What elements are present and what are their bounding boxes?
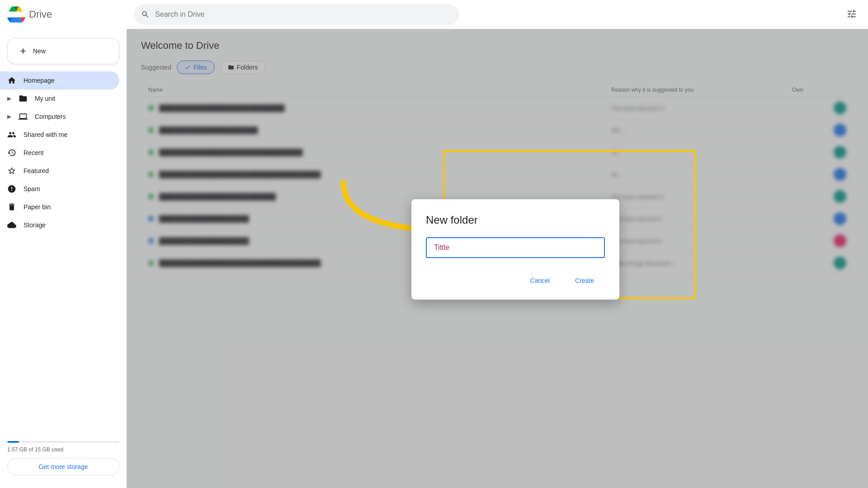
new-button-label: New <box>33 47 46 55</box>
expand-arrow-icon-computers: ▶ <box>7 113 11 120</box>
create-button[interactable]: Create <box>564 272 605 289</box>
sidebar-item-spam-label: Spam <box>24 185 40 192</box>
sidebar-item-my-unit[interactable]: ▶ My unit <box>0 89 119 108</box>
home-icon <box>7 76 16 85</box>
sidebar-item-shared-with-me[interactable]: Shared with me <box>0 126 119 144</box>
sidebar-item-featured[interactable]: Featured <box>0 162 119 180</box>
plus-icon <box>19 47 28 56</box>
sidebar: New Homepage ▶ My unit ▶ Computers <box>0 29 127 488</box>
search-icon <box>141 10 150 19</box>
sidebar-item-paper-bin-label: Paper bin <box>24 203 51 211</box>
filter-settings-button[interactable] <box>843 5 861 24</box>
expand-arrow-icon: ▶ <box>7 95 11 102</box>
spam-icon <box>7 184 16 193</box>
main-content: Welcome to Drive Suggested Files Folders… <box>127 29 868 488</box>
sidebar-item-homepage[interactable]: Homepage <box>0 71 119 89</box>
sidebar-bottom: 1.57 GB of 15 GB used Get more storage <box>0 434 127 483</box>
sidebar-item-recent[interactable]: Recent <box>0 144 119 162</box>
sidebar-item-computers-label: Computers <box>35 113 66 120</box>
search-input[interactable] <box>155 10 452 19</box>
sidebar-item-recent-label: Recent <box>24 149 43 156</box>
sidebar-item-shared-label: Shared with me <box>24 131 67 138</box>
new-button[interactable]: New <box>7 38 119 64</box>
sidebar-item-paper-bin[interactable]: Paper bin <box>0 198 119 216</box>
cancel-button[interactable]: Cancel <box>519 272 561 289</box>
layout: New Homepage ▶ My unit ▶ Computers <box>0 29 868 488</box>
folder-name-input[interactable] <box>426 237 605 258</box>
computer-icon <box>19 112 28 121</box>
drive-logo-icon <box>7 5 25 23</box>
logo-text: Drive <box>29 9 52 20</box>
star-icon <box>7 166 16 175</box>
dialog-actions: Cancel Create <box>426 272 605 289</box>
filter-icon <box>846 9 857 19</box>
folder-icon <box>19 94 28 103</box>
sidebar-item-storage[interactable]: Storage <box>0 216 119 234</box>
clock-icon <box>7 148 16 157</box>
search-bar[interactable] <box>134 4 459 25</box>
sidebar-item-my-unit-label: My unit <box>35 95 55 102</box>
cloud-icon <box>7 221 16 230</box>
sidebar-item-spam[interactable]: Spam <box>0 180 119 198</box>
storage-bar-background <box>7 441 119 443</box>
logo-area: Drive <box>7 5 134 23</box>
get-more-storage-button[interactable]: Get more storage <box>7 458 119 475</box>
header: Drive <box>0 0 868 29</box>
sidebar-item-homepage-label: Homepage <box>24 77 55 84</box>
storage-usage-text: 1.57 GB of 15 GB used <box>7 446 119 453</box>
sidebar-item-storage-label: Storage <box>24 221 46 229</box>
storage-bar-fill <box>7 441 19 443</box>
sidebar-item-computers[interactable]: ▶ Computers <box>0 108 119 126</box>
new-folder-dialog: New folder Cancel Create <box>411 199 619 300</box>
header-right <box>843 5 861 24</box>
sidebar-item-featured-label: Featured <box>24 167 49 174</box>
people-icon <box>7 130 16 139</box>
dialog-title: New folder <box>426 214 605 226</box>
trash-icon <box>7 202 16 211</box>
